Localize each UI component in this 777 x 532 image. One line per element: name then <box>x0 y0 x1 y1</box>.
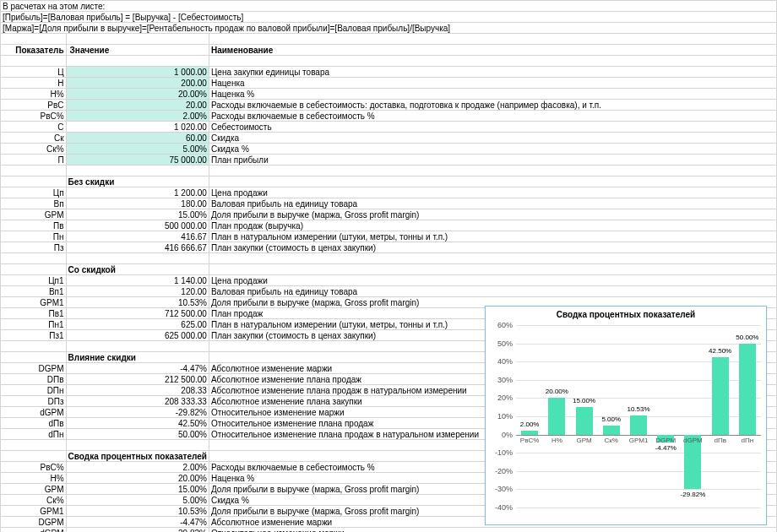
calc-cell: 15.00% <box>66 209 209 220</box>
calc-cell: 15.00% <box>66 484 209 495</box>
table-row: Вп1120.00Валовая прибыль на единицу това… <box>1 286 777 297</box>
chart-ytick: 20% <box>487 394 513 402</box>
chart-bar-label: 50.00% <box>736 334 758 341</box>
indicator-label: Вп <box>1 198 67 209</box>
chart-gridline <box>516 471 761 472</box>
indicator-label: РвС <box>1 100 67 111</box>
indicator-label: Пв1 <box>1 308 67 319</box>
description: Себестоимость <box>209 122 776 133</box>
chart-bar <box>712 357 729 435</box>
indicator-label: Н <box>1 78 67 89</box>
chart-ytick: 50% <box>487 339 513 348</box>
indicator-label: Пз1 <box>1 330 67 341</box>
chart-xtick: РвС% <box>520 437 539 444</box>
indicator-label: DПв <box>1 374 67 385</box>
calc-cell: 712 500.00 <box>66 308 209 319</box>
description: План закупки (стоимость в ценах закупки) <box>209 242 776 253</box>
description: Расходы включаемые в себестоимость: дост… <box>209 100 776 111</box>
chart-title: Сводка процентных показателей <box>486 307 766 321</box>
chart-ytick: -20% <box>487 467 513 475</box>
chart-gridline <box>516 489 761 490</box>
indicator-label: РвС% <box>1 111 67 122</box>
table-row: Пз416 666.67План закупки (стоимость в це… <box>1 242 777 253</box>
table-row: РвС%2.00%Расходы включаемые в себестоимо… <box>1 111 777 122</box>
chart-bar-label: 10.53% <box>627 405 649 413</box>
chart-gridline <box>516 453 761 453</box>
description: Относительное изменение маржи <box>209 528 776 533</box>
calc-cell: 10.53% <box>66 506 209 517</box>
calc-cell: 416 666.67 <box>66 242 209 253</box>
input-cell[interactable]: 200.00 <box>66 78 209 89</box>
chart-xtick: dПн <box>742 437 754 444</box>
table-row: С1 020.00Себестоимость <box>1 122 777 133</box>
chart-bar <box>603 426 620 435</box>
indicator-label: Ск% <box>1 495 67 506</box>
indicator-label: РвС% <box>1 462 67 473</box>
col-header-indicator: Показатель <box>1 45 67 56</box>
chart-ytick: 30% <box>487 376 513 384</box>
intro-line: [Прибыль]=[Валовая прибыль] = [Выручка] … <box>1 12 777 23</box>
indicator-label: Н% <box>1 473 67 484</box>
chart: Сводка процентных показателей -40%-30%-2… <box>485 306 767 525</box>
chart-ytick: 0% <box>487 431 513 439</box>
input-cell[interactable]: 2.00% <box>66 111 209 122</box>
indicator-label: Пн1 <box>1 319 67 330</box>
calc-cell: 208.33 <box>66 385 209 396</box>
indicator-label: Пв <box>1 220 67 231</box>
chart-xtick: Н% <box>552 437 562 444</box>
sheet: В расчетах на этом листе:[Прибыль]=[Вало… <box>0 0 777 532</box>
chart-ytick: 10% <box>487 412 513 421</box>
indicator-label: Н% <box>1 89 67 100</box>
section-title: Без скидки <box>66 176 209 187</box>
calc-cell: 1 140.00 <box>66 275 209 286</box>
section-title: Сводка процентных показателей <box>66 451 209 462</box>
table-row: Ск60.00Скидка <box>1 133 777 144</box>
calc-cell: 625 000.00 <box>66 330 209 341</box>
indicator-label: GPM <box>1 484 67 495</box>
input-cell[interactable]: 20.00% <box>66 89 209 100</box>
description: Цена продажи <box>209 187 776 198</box>
input-cell[interactable]: 60.00 <box>66 133 209 144</box>
indicator-label: GPM1 <box>1 297 67 308</box>
chart-bar <box>630 415 647 435</box>
table-row: Цп1 200.00Цена продажи <box>1 187 777 198</box>
indicator-label: Ск <box>1 133 67 144</box>
chart-xtick: GPM <box>576 437 591 444</box>
table-row: Пв500 000.00План продаж (выручка) <box>1 220 777 231</box>
input-cell[interactable]: 1 000.00 <box>66 67 209 78</box>
indicator-label: DGPM <box>1 517 67 528</box>
chart-bar <box>548 398 565 434</box>
indicator-label: dПн <box>1 429 67 440</box>
calc-cell: 500 000.00 <box>66 220 209 231</box>
table-row: Н%20.00%Наценка % <box>1 89 777 100</box>
calc-cell: 120.00 <box>66 286 209 297</box>
input-cell[interactable]: 75 000.00 <box>66 155 209 166</box>
calc-cell: 1 020.00 <box>66 122 209 133</box>
calc-cell: 10.53% <box>66 297 209 308</box>
calc-cell: 5.00% <box>66 495 209 506</box>
col-header-value: Значение <box>66 45 209 56</box>
table-row: Пн416.67План в натуральном измерении (шт… <box>1 231 777 242</box>
indicator-label: П <box>1 155 67 166</box>
table-row: Вп180.00Валовая прибыль на единицу товар… <box>1 198 777 209</box>
indicator-label: DGPM <box>1 363 67 374</box>
indicator-label: GPM1 <box>1 506 67 517</box>
description: Валовая прибыль на единицу товара <box>209 198 776 209</box>
description: Цена продажи <box>209 275 776 286</box>
chart-gridline <box>516 344 761 345</box>
section-title: Влияние скидки <box>66 352 209 363</box>
calc-cell: 180.00 <box>66 198 209 209</box>
indicator-label: С <box>1 122 67 133</box>
chart-xtick: GPM1 <box>629 437 649 444</box>
description: Скидка % <box>209 144 776 155</box>
indicator-label: DПз <box>1 396 67 407</box>
description: Доля прибыли в выручке (маржа, Gross pro… <box>209 209 776 220</box>
chart-bar <box>521 431 538 434</box>
table-row: GPM15.00%Доля прибыли в выручке (маржа, … <box>1 209 777 220</box>
chart-xtick: DGPM <box>655 437 676 444</box>
calc-cell: -4.47% <box>66 363 209 374</box>
input-cell[interactable]: 20.00 <box>66 100 209 111</box>
indicator-label: dGPM <box>1 528 67 533</box>
input-cell[interactable]: 5.00% <box>66 144 209 155</box>
description: Расходы включаемые в себестоимость % <box>209 111 776 122</box>
